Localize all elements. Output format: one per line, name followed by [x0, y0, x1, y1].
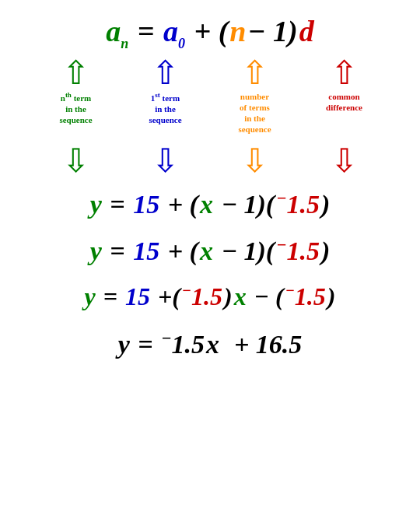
label-num-terms: numberof termsin thesequence — [238, 91, 271, 135]
arrow-col-down-red: ⇩ — [299, 143, 389, 177]
arrows-up-row: ⇧ nth termin thesequence ⇧ 1st termin th… — [31, 57, 389, 135]
formula-d: d — [299, 14, 314, 48]
formula-a0: a0 — [163, 14, 185, 52]
arrow-col-diff: ⇧ commondifference — [299, 57, 389, 114]
equation-3: y = 15 +( −1.5 ) x − ( −1.5 ) — [85, 282, 336, 311]
eq4-x: x — [206, 330, 219, 359]
arrows-down-section: ⇩ ⇩ ⇩ ⇩ — [8, 143, 412, 177]
eq4-equals: = — [131, 330, 159, 359]
eq3-minus: − ( — [248, 282, 284, 311]
eq2-y: y — [90, 236, 102, 266]
equation-1: y = 15 + ( x − 1)( −1.5 ) — [90, 188, 331, 219]
arrows-up-section: ⇧ nth termin thesequence ⇧ 1st termin th… — [8, 57, 412, 135]
eq3-close: ) — [327, 282, 336, 311]
eq4-plus165: + 16.5 — [221, 330, 302, 359]
label-1st: 1st termin thesequence — [149, 91, 181, 126]
eq1-y: y — [90, 190, 102, 219]
formula-plus-paren: + ( — [187, 14, 228, 48]
eq1-equals: = — [103, 190, 131, 219]
arrow-col-down-blue: ⇩ — [121, 143, 210, 177]
label-nth: nth termin thesequence — [59, 91, 92, 126]
main-container: an = a0 + ( n − 1) d ⇧ nth termin theseq… — [0, 0, 420, 529]
arrow-down-red: ⇩ — [331, 145, 358, 177]
arrow-col-num: ⇧ numberof termsin thesequence — [210, 57, 299, 135]
label-common-diff: commondifference — [326, 91, 362, 114]
equation-2: y = 15 + ( x − 1)( −1.5 ) — [90, 235, 331, 266]
arrow-col-nth: ⇧ nth termin thesequence — [31, 57, 121, 126]
eq1-15: 15 — [133, 190, 159, 219]
eq1-neg15: −1.5 — [276, 188, 320, 219]
eq3-paren-x: ) — [224, 282, 233, 311]
eq1-close-paren: ) — [321, 190, 330, 219]
eq2-neg15: −1.5 — [276, 235, 320, 266]
eq1-x: x — [200, 190, 213, 219]
arrows-down-row: ⇩ ⇩ ⇩ ⇩ — [31, 143, 389, 177]
eq2-x: x — [200, 236, 213, 266]
eq2-plus-paren: + ( — [161, 236, 198, 266]
arrow-up-blue: ⇧ — [152, 57, 179, 89]
eq4-y: y — [118, 330, 130, 359]
equation-4: y = −1.5 x + 16.5 — [118, 328, 303, 359]
eq3-15: 15 — [125, 282, 150, 311]
eq2-close-paren: ) — [321, 236, 330, 266]
eq1-minus1-paren: − 1)( — [215, 190, 275, 219]
arrow-col-down-orange: ⇩ — [210, 143, 299, 177]
arrow-down-green: ⇩ — [62, 145, 89, 177]
arrow-down-blue: ⇩ — [152, 145, 179, 177]
formula-minus-1-paren: − 1) — [247, 14, 297, 48]
arrow-up-red: ⇧ — [331, 57, 358, 89]
arrow-up-orange: ⇧ — [241, 57, 268, 89]
eq3-x: x — [234, 282, 247, 311]
arrow-col-down-green: ⇩ — [31, 143, 121, 177]
formula-n: n — [229, 14, 246, 48]
eq2-minus1-paren: − 1)( — [215, 236, 275, 266]
formula-equals: = — [130, 14, 162, 48]
formula-an: an — [106, 14, 128, 52]
eq1-plus-paren: + ( — [161, 190, 198, 219]
eq3-y: y — [85, 282, 96, 311]
eq2-equals: = — [103, 236, 131, 266]
eq3-neg15-1: −1.5 — [182, 282, 222, 311]
eq3-plus: +( — [152, 282, 180, 311]
arrow-up-green: ⇧ — [62, 57, 89, 89]
eq4-neg: −1.5 — [161, 328, 205, 359]
arrow-col-1st: ⇧ 1st termin thesequence — [121, 57, 210, 126]
arrow-down-orange: ⇩ — [241, 145, 268, 177]
eq3-neg15-2: −1.5 — [285, 282, 326, 311]
main-formula: an = a0 + ( n − 1) d — [106, 14, 313, 52]
eq2-15: 15 — [133, 236, 159, 266]
eq3-equals: = — [97, 282, 124, 311]
